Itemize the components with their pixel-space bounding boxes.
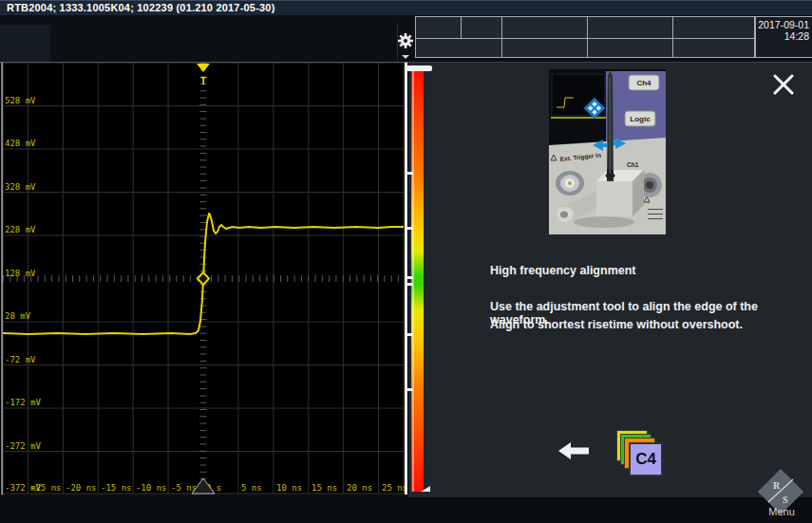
alignment-dialog: Ch4 Logic Ext. Trigger In Ch1	[408, 62, 812, 497]
trigger-letter: T	[200, 75, 207, 87]
softkey-cell[interactable]	[501, 16, 588, 39]
softkey-cell[interactable]	[672, 38, 755, 58]
menu-button-label[interactable]: Menu	[755, 506, 808, 517]
voltage-label: 28 mV	[5, 311, 31, 321]
alignment-quality-bar	[411, 69, 424, 492]
date-text: 2017-09-01	[756, 19, 809, 30]
dialog-instruction: Align to shortest risetime without overs…	[490, 318, 743, 331]
close-button[interactable]	[771, 72, 796, 97]
titlebar: RTB2004; 1333.1005K04; 102239 (01.210 20…	[0, 0, 812, 15]
time-label: -20 ns	[66, 483, 97, 493]
quality-bar-tick	[407, 283, 413, 286]
close-icon	[771, 72, 796, 97]
channel-label: C4	[635, 450, 656, 469]
badge-front: C4	[629, 442, 663, 476]
softkey-cell[interactable]	[461, 16, 502, 39]
quality-bar-sheen	[412, 69, 414, 492]
settings-gear-icon[interactable]	[397, 32, 414, 49]
voltage-label: -72 mV	[5, 355, 36, 364]
quality-bar-tick	[407, 333, 413, 336]
softkey-cell[interactable]	[415, 38, 502, 58]
ch4-button: Ch4	[629, 75, 659, 90]
voltage-label: -272 mV	[5, 441, 42, 451]
channel-c4-badge[interactable]: C4	[616, 430, 666, 479]
logo-letter-s: S	[783, 495, 788, 505]
time-label: -25 ns	[30, 483, 62, 493]
softkey-cell[interactable]	[587, 16, 673, 39]
quality-bar-tick	[407, 388, 413, 391]
softkey-cell[interactable]	[415, 16, 462, 39]
toolbar: 2017-09-01 14:28	[0, 15, 812, 62]
device-id-text: RTB2004; 1333.1005K04; 102239 (01.210 20…	[7, 2, 275, 13]
logo-letter-r: R	[773, 480, 781, 491]
time-label: -10 ns	[136, 483, 167, 493]
quality-bar-tick	[407, 227, 413, 230]
svg-text:Ch4: Ch4	[636, 79, 651, 87]
voltage-label: 428 mV	[5, 139, 36, 148]
bottom-strip	[0, 495, 812, 523]
svg-text:Logic: Logic	[630, 115, 651, 123]
time-label: 10 ns	[276, 483, 302, 493]
time-label: 5 ns	[241, 483, 262, 493]
softkey-grid	[415, 16, 755, 58]
time-label: 20 ns	[347, 483, 372, 493]
toolbar-left-block	[0, 25, 50, 62]
softkey-cell[interactable]	[587, 38, 673, 58]
caret-down-icon[interactable]	[402, 55, 409, 59]
time-label: 15 ns	[312, 483, 337, 493]
voltage-label: -172 mV	[5, 398, 42, 407]
back-arrow-icon[interactable]	[558, 442, 589, 459]
oscilloscope-screen: RTB2004; 1333.1005K04; 102239 (01.210 20…	[0, 0, 812, 523]
quality-bar-handle	[406, 65, 432, 71]
ext-trigger-connector	[556, 171, 584, 196]
ch1-label: Ch1	[627, 161, 639, 168]
softkey-cell[interactable]	[672, 16, 755, 39]
softkey-cell[interactable]	[501, 38, 588, 58]
dialog-title: High frequency alignment	[490, 264, 636, 277]
voltage-label: 128 mV	[5, 269, 36, 278]
adjustment-tool	[607, 70, 614, 181]
datetime-display: 2017-09-01 14:28	[755, 16, 812, 58]
voltage-label: 228 mV	[5, 225, 36, 234]
waveform-display[interactable]: 528 mV 428 mV 328 mV 228 mV 128 mV 28 mV…	[0, 62, 408, 495]
time-label: -15 ns	[101, 483, 132, 493]
logic-button: Logic	[625, 111, 655, 126]
voltage-label: 328 mV	[5, 182, 36, 192]
probe-adjustment-photo: Ch4 Logic Ext. Trigger In Ch1	[549, 69, 666, 234]
time-label: -5 ns	[171, 483, 197, 493]
voltage-label: 528 mV	[5, 96, 36, 105]
quality-bar-tick	[407, 172, 413, 175]
time-text: 14:28	[756, 30, 809, 42]
quality-bar-tick	[407, 276, 413, 279]
